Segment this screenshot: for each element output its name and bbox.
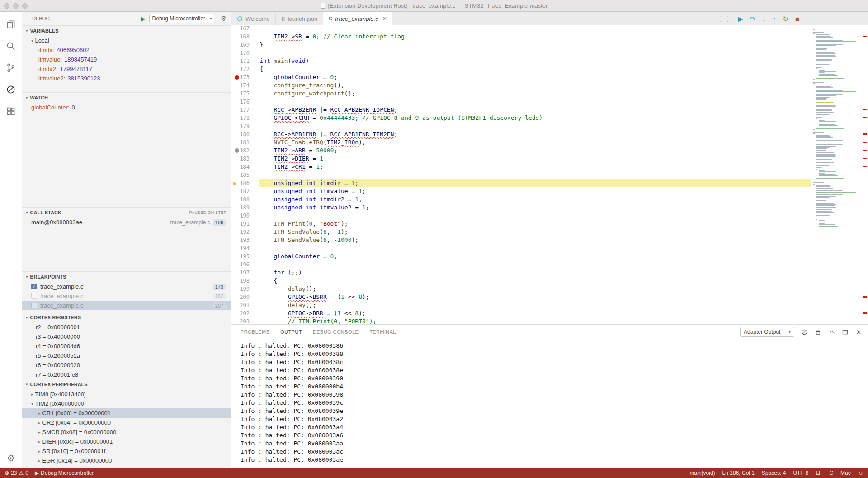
peripheral-row[interactable]: ▸SR [0x10] = 0x0000001f [22,446,231,456]
maximize-panel-icon[interactable] [828,328,835,336]
line-gutter[interactable]: 174 [231,81,259,90]
code-line[interactable]: 192 ITM_SendValue(6, -1); [231,228,811,236]
line-gutter[interactable]: 177 [231,106,259,114]
restart-icon[interactable]: ↻ [783,15,788,22]
disabled-breakpoint-dot[interactable] [235,148,239,153]
code-line[interactable]: 194 [231,244,811,252]
line-gutter[interactable]: 176 [231,98,259,106]
register-row[interactable]: r6 = 0x00000020 [22,360,231,370]
source-control-icon[interactable] [5,62,17,74]
explorer-icon[interactable] [5,18,17,31]
code-line[interactable]: 189 unsigned int itmvalue2 = 1; [231,204,811,212]
code-line[interactable]: 167 [231,25,811,33]
line-gutter[interactable]: 169 [231,41,259,49]
line-gutter[interactable]: 189 [231,204,259,212]
variables-section-header[interactable]: ▾ VARIABLES [22,26,231,36]
code-line[interactable]: 195 globalCounter = 0; [231,252,811,260]
close-panel-icon[interactable] [855,328,863,336]
peripheral-row[interactable]: ▸CR2 [0x04] = 0x00000000 [22,418,231,427]
code-line[interactable]: 199 delay(); [231,285,811,293]
line-gutter[interactable]: 191 [231,220,259,228]
code-line[interactable]: 202 GPIOC->BRR = (1 << 8); [231,309,811,317]
watch-row[interactable]: globalCounter:0 [22,103,231,112]
cortex-peripherals-section-header[interactable]: ▾ CORTEX PERIPHERALS [22,379,231,389]
cortex-registers-section-header[interactable]: ▾ CORTEX REGISTERS [22,312,231,322]
register-row[interactable]: r2 = 0x00000001 [22,322,231,332]
line-gutter[interactable]: 184 [231,163,259,171]
breakpoint-row[interactable]: ✓trace_example.c173 [22,282,231,291]
continue-icon[interactable]: ▶ [738,15,743,22]
stop-icon[interactable]: ■ [795,15,799,22]
watch-section-header[interactable]: ▾ WATCH [22,93,231,103]
variable-row[interactable]: itmdir2:1799478117 [22,64,231,74]
code-line[interactable]: 184 TIM2->CR1 = 1; [231,163,811,171]
panel-tab-output[interactable]: OUTPUT [280,325,302,339]
breakpoint-checkbox[interactable] [31,293,37,299]
line-gutter[interactable]: 175 [231,90,259,98]
code-line[interactable]: 185 [231,171,811,179]
variables-scope-row[interactable]: ▾Local [22,36,231,45]
tab-welcome[interactable]: Welcome [231,12,276,25]
breakpoint-row[interactable]: trace_example.c182 [22,291,231,301]
code-line[interactable]: 188 unsigned int itmdir2 = 1; [231,195,811,204]
variable-row[interactable]: itmdir:4066950602 [22,45,231,55]
status-item[interactable]: C [829,470,833,476]
code-line[interactable]: 201 delay(); [231,301,811,309]
code-line[interactable]: 180 RCC->APB1ENR |= RCC_APB1ENR_TIM2EN; [231,130,811,138]
code-line[interactable]: 172{ [231,65,811,73]
configure-gear-icon[interactable]: ⚙ [221,14,226,23]
split-panel-icon[interactable] [841,328,849,336]
call-stack-frame[interactable]: main@0x080003aetrace_example.c186 [22,218,231,227]
line-gutter[interactable]: 167 [231,25,259,33]
code-line[interactable]: 177 RCC->APB2ENR |= RCC_APB2ENR_IOPCEN; [231,106,811,114]
line-gutter[interactable]: 197 [231,269,259,277]
output-channel-select[interactable]: Adapter Output ▾ [740,327,794,337]
peripheral-row[interactable]: ▾TIM2 [0x40000000] [22,399,231,408]
line-gutter[interactable]: 196 [231,260,259,269]
minimap[interactable] [811,25,862,324]
code-line[interactable]: 187 unsigned int itmvalue = 1; [231,187,811,195]
code-line[interactable]: 203 // ITM_Print(0, "PORT0"); [231,317,811,324]
breakpoint-row[interactable]: trace_example.c207 [22,301,231,310]
peripheral-row[interactable]: ▸SMCR [0x08] = 0x00000000 [22,427,231,437]
status-item[interactable]: main(void) [690,470,715,476]
code-line[interactable]: 170 [231,49,811,57]
overview-ruler[interactable] [862,25,868,324]
variable-row[interactable]: itmvalue:1898457419 [22,55,231,64]
line-gutter[interactable]: 192 [231,228,259,236]
code-line[interactable]: 175 configure_watchpoint(); [231,90,811,98]
line-gutter[interactable]: 183 [231,155,259,163]
code-line[interactable]: 171int main(void) [231,57,811,65]
peripheral-row[interactable]: ▸EGR [0x14] = 0x00000000 [22,456,231,465]
code-line[interactable]: 176 [231,98,811,106]
line-gutter[interactable]: 182 [231,147,259,155]
code-line[interactable]: 174 configure_tracing(); [231,81,811,90]
code-line[interactable]: 173 globalCounter = 0; [231,73,811,81]
status-item[interactable]: LF [816,470,822,476]
line-gutter[interactable]: 200 [231,293,259,301]
line-gutter[interactable]: 171 [231,57,259,65]
step-into-icon[interactable]: ↓ [762,15,766,22]
peripheral-row[interactable]: ▸CR1 [0x00] = 0x00000001 [22,408,231,418]
breakpoint-dot[interactable] [235,75,239,80]
debug-icon[interactable] [5,83,17,96]
line-gutter[interactable]: 170 [231,49,259,57]
line-gutter[interactable]: 179 [231,122,259,130]
status-item[interactable]: Spaces: 4 [762,470,786,476]
code-line[interactable]: 200 GPIOC->BSRR = (1 << 8); [231,293,811,301]
scroll-lock-icon[interactable] [814,328,822,336]
code-line[interactable]: 168 TIM2->SR = 0; // Clear interrupt fla… [231,33,811,41]
code-line[interactable]: ▶186 unsigned int itmdir = 1; [231,179,811,187]
call-stack-section-header[interactable]: ▾ CALL STACK PAUSED ON STEP [22,208,231,218]
line-gutter[interactable]: 172 [231,65,259,73]
variable-row[interactable]: itmvalue2:3815390123 [22,74,231,83]
register-row[interactable]: r7 = 0x20001fe8 [22,370,231,379]
step-over-icon[interactable]: ↷ [750,15,756,22]
code-line[interactable]: 191 ITM_Print(0, "Boot"); [231,220,811,228]
code-line[interactable]: 179 [231,122,811,130]
panel-tab-debug-console[interactable]: DEBUG CONSOLE [313,325,359,339]
breakpoint-checkbox[interactable]: ✓ [31,284,37,289]
line-gutter[interactable]: 203 [231,317,259,324]
clear-output-icon[interactable] [801,328,808,336]
peripheral-row[interactable]: ▸DIER [0x0c] = 0x00000001 [22,437,231,446]
